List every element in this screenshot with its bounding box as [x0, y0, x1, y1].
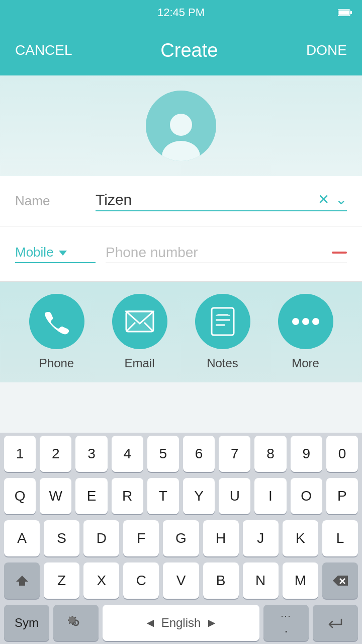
key-i[interactable]: I	[254, 478, 286, 514]
remove-field-button[interactable]	[332, 252, 347, 254]
svg-marker-19	[16, 576, 28, 586]
period-label: .	[284, 621, 288, 634]
key-j[interactable]: J	[243, 520, 279, 556]
phone-number-input[interactable]: Phone number	[106, 245, 327, 261]
avatar-section[interactable]	[0, 75, 362, 176]
app-header: CANCEL Create DONE	[0, 25, 362, 75]
email-action-label: Email	[124, 356, 154, 370]
shift-key[interactable]	[4, 562, 40, 599]
enter-icon	[326, 615, 344, 630]
key-o[interactable]: O	[291, 478, 322, 514]
keyboard-row-numbers: 1 2 3 4 5 6 7 8 9 0	[0, 433, 362, 475]
enter-key[interactable]	[313, 605, 358, 641]
svg-point-17	[302, 318, 309, 325]
more-action-label: More	[292, 356, 319, 370]
key-g[interactable]: G	[163, 520, 199, 556]
key-0[interactable]: 0	[326, 436, 358, 472]
phone-action-circle	[29, 294, 84, 349]
key-1[interactable]: 1	[4, 436, 36, 472]
key-5[interactable]: 5	[147, 436, 179, 472]
key-z[interactable]: Z	[44, 562, 79, 599]
key-y[interactable]: Y	[183, 478, 215, 514]
key-6[interactable]: 6	[183, 436, 215, 472]
dots-icon: ···	[281, 611, 291, 620]
name-input-container: ✕ ⌄	[96, 191, 347, 211]
add-email-button[interactable]: Email	[112, 294, 167, 370]
key-l[interactable]: L	[322, 520, 358, 556]
name-input[interactable]	[96, 191, 318, 208]
status-time: 12:45 PM	[157, 6, 205, 19]
dropdown-arrow-icon	[59, 251, 67, 256]
key-h[interactable]: H	[203, 520, 239, 556]
key-f[interactable]: F	[123, 520, 159, 556]
key-9[interactable]: 9	[291, 436, 322, 472]
more-options-button[interactable]: More	[278, 294, 333, 370]
add-notes-button[interactable]: Notes	[195, 294, 250, 370]
done-button[interactable]: DONE	[301, 37, 352, 63]
mobile-label-text: Mobile	[15, 245, 54, 260]
name-field: Name ✕ ⌄	[0, 176, 362, 226]
key-v[interactable]: V	[163, 562, 199, 599]
add-phone-button[interactable]: Phone	[29, 294, 84, 370]
keyboard: 1 2 3 4 5 6 7 8 9 0 Q W E R T Y U I O P …	[0, 433, 362, 644]
key-s[interactable]: S	[44, 520, 79, 556]
key-2[interactable]: 2	[40, 436, 71, 472]
svg-point-4	[162, 141, 200, 161]
key-p[interactable]: P	[326, 478, 358, 514]
more-action-circle	[278, 294, 333, 349]
key-r[interactable]: R	[112, 478, 143, 514]
person-silhouette-icon	[158, 111, 204, 161]
keyboard-bottom-row: Sym ◄ English ► ··· .	[0, 602, 362, 644]
key-a[interactable]: A	[4, 520, 40, 556]
notes-icon	[210, 307, 236, 336]
key-e[interactable]: E	[75, 478, 107, 514]
key-t[interactable]: T	[147, 478, 179, 514]
backspace-key[interactable]	[322, 562, 358, 599]
key-c[interactable]: C	[123, 562, 159, 599]
avatar[interactable]	[146, 91, 216, 161]
svg-point-16	[292, 318, 299, 325]
clear-icon[interactable]: ✕	[318, 191, 329, 208]
name-label: Name	[15, 193, 96, 209]
key-n[interactable]: N	[243, 562, 279, 599]
key-3[interactable]: 3	[75, 436, 107, 472]
sym-key[interactable]: Sym	[4, 605, 49, 641]
key-k[interactable]: K	[283, 520, 318, 556]
email-icon	[125, 310, 154, 333]
svg-rect-2	[350, 11, 352, 14]
space-key[interactable]: ◄ English ►	[103, 605, 259, 641]
space-lang-label: English	[161, 616, 201, 630]
email-action-circle	[112, 294, 167, 349]
svg-point-18	[312, 318, 319, 325]
battery-icon	[338, 9, 352, 17]
phone-input-container: Phone number	[106, 245, 347, 263]
key-x[interactable]: X	[83, 562, 119, 599]
space-arrow-right: ►	[206, 616, 218, 630]
cancel-button[interactable]: CANCEL	[10, 37, 77, 63]
svg-rect-15	[228, 309, 233, 315]
notes-action-circle	[195, 294, 250, 349]
phone-field: Mobile Phone number	[0, 226, 362, 282]
key-w[interactable]: W	[40, 478, 71, 514]
phone-action-label: Phone	[39, 356, 74, 370]
space-arrow-left: ◄	[144, 616, 156, 630]
phone-icon	[43, 308, 70, 335]
notes-action-label: Notes	[207, 356, 238, 370]
key-q[interactable]: Q	[4, 478, 36, 514]
key-4[interactable]: 4	[112, 436, 143, 472]
chevron-down-icon[interactable]: ⌄	[335, 191, 347, 208]
phone-type-selector[interactable]: Mobile	[15, 245, 96, 263]
gear-icon	[67, 614, 84, 631]
key-7[interactable]: 7	[219, 436, 250, 472]
keyboard-row-zxcv: Z X C V B N M	[0, 559, 362, 602]
key-8[interactable]: 8	[254, 436, 286, 472]
settings-key[interactable]	[53, 605, 99, 641]
key-b[interactable]: B	[203, 562, 239, 599]
punctuation-key[interactable]: ··· .	[263, 605, 309, 641]
key-m[interactable]: M	[283, 562, 318, 599]
svg-rect-1	[339, 11, 349, 15]
page-title: Create	[160, 40, 218, 61]
key-d[interactable]: D	[83, 520, 119, 556]
action-buttons-section: Phone Email Notes	[0, 282, 362, 382]
key-u[interactable]: U	[219, 478, 250, 514]
